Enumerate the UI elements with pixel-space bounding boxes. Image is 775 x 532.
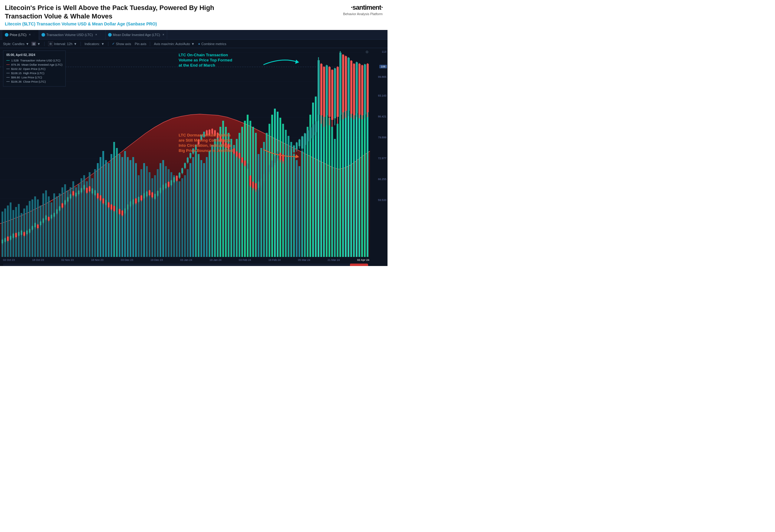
legend-label-2: Open Price (LTC) bbox=[23, 67, 45, 71]
svg-rect-230 bbox=[116, 208, 118, 212]
toolbar: Style: Candles ▼ ▦ ▼ ⊞ Interval: 12h ▼ I… bbox=[0, 40, 388, 48]
svg-rect-378 bbox=[317, 60, 320, 115]
svg-rect-102 bbox=[252, 127, 254, 257]
svg-rect-109 bbox=[271, 115, 273, 257]
legend-val-1: 879.35 bbox=[11, 63, 20, 66]
legend-date: 05:00, April 02, 2024 bbox=[6, 53, 62, 57]
svg-rect-280 bbox=[184, 163, 186, 168]
tab-mda[interactable]: Mean Dollar Invested Age (LTC) × bbox=[106, 30, 167, 40]
legend-label-5: Close Price (LTC) bbox=[23, 80, 46, 83]
svg-rect-366 bbox=[301, 136, 303, 149]
svg-rect-382 bbox=[323, 67, 325, 117]
svg-rect-67 bbox=[157, 169, 159, 257]
interval-label: Interval: 12h bbox=[54, 42, 73, 46]
svg-rect-180 bbox=[48, 217, 50, 221]
svg-rect-396 bbox=[342, 55, 344, 112]
axis-maxmin-item[interactable]: Axis max/min: Auto/Auto ▼ bbox=[154, 42, 194, 46]
svg-rect-25 bbox=[42, 193, 44, 257]
svg-rect-402 bbox=[350, 61, 352, 114]
logo-text: ·santiment· bbox=[334, 4, 382, 11]
svg-rect-53 bbox=[119, 154, 120, 257]
logo-area: ·santiment· Behavior Analysis Platform bbox=[334, 4, 382, 16]
settings-icon[interactable]: ⚙ bbox=[365, 50, 369, 54]
scrollbar-area[interactable] bbox=[3, 264, 368, 266]
svg-rect-244 bbox=[135, 199, 137, 203]
svg-rect-95 bbox=[233, 145, 235, 257]
style-icon: ▦ bbox=[31, 42, 36, 46]
svg-rect-88 bbox=[214, 139, 216, 257]
svg-rect-168 bbox=[31, 226, 33, 230]
svg-rect-122 bbox=[307, 127, 308, 257]
svg-rect-160 bbox=[21, 231, 22, 235]
legend-val-4: $99.80 bbox=[11, 76, 20, 79]
legend-label-0: Transaction Volume USD (LTC) bbox=[20, 59, 61, 62]
svg-rect-170 bbox=[34, 223, 36, 227]
combine-metrics-item[interactable]: + Combine metrics bbox=[198, 42, 226, 46]
svg-rect-30 bbox=[56, 196, 58, 257]
svg-rect-260 bbox=[157, 191, 159, 196]
tab-mda-close[interactable]: × bbox=[162, 33, 164, 36]
svg-rect-57 bbox=[130, 160, 131, 257]
ltc-icon-3 bbox=[108, 33, 112, 37]
tab-volume-close[interactable]: × bbox=[95, 33, 97, 36]
svg-rect-119 bbox=[298, 166, 300, 257]
combine-metrics-label: Combine metrics bbox=[201, 42, 226, 46]
ltc-icon-2 bbox=[41, 33, 45, 37]
tab-price-close[interactable]: × bbox=[29, 33, 31, 36]
interval-item[interactable]: ⊞ Interval: 12h ▼ bbox=[48, 41, 77, 46]
svg-rect-158 bbox=[18, 232, 20, 236]
ltc-icon bbox=[5, 33, 8, 37]
svg-rect-328 bbox=[249, 176, 251, 186]
svg-rect-188 bbox=[59, 206, 61, 211]
svg-rect-210 bbox=[89, 186, 90, 191]
svg-rect-222 bbox=[105, 200, 107, 205]
svg-rect-342 bbox=[268, 165, 270, 172]
svg-rect-130 bbox=[328, 118, 330, 257]
x-label-2: 02 Nov 23 bbox=[61, 258, 74, 261]
svg-rect-192 bbox=[64, 200, 66, 205]
svg-rect-380 bbox=[320, 64, 322, 115]
svg-rect-68 bbox=[159, 163, 161, 257]
svg-rect-154 bbox=[12, 234, 14, 238]
style-candles[interactable]: Style: Candles ▼ ▦ ▼ bbox=[3, 42, 41, 46]
tab-price-label: Price (LTC) bbox=[10, 33, 26, 37]
svg-rect-246 bbox=[138, 197, 140, 202]
axis-maxmin-label: Axis max/min: Auto/Auto bbox=[154, 42, 190, 46]
svg-rect-284 bbox=[189, 153, 191, 158]
svg-rect-10 bbox=[2, 212, 3, 257]
svg-rect-384 bbox=[326, 65, 328, 115]
svg-rect-198 bbox=[72, 191, 74, 195]
svg-rect-276 bbox=[179, 173, 180, 178]
chart-container: Price (LTC) × ⋮ Transaction Volume USD (… bbox=[0, 30, 388, 266]
svg-rect-272 bbox=[173, 177, 175, 182]
svg-rect-368 bbox=[304, 133, 306, 145]
svg-rect-390 bbox=[334, 68, 336, 118]
svg-rect-29 bbox=[53, 193, 55, 257]
svg-rect-131 bbox=[331, 127, 333, 257]
svg-rect-52 bbox=[116, 148, 118, 257]
svg-rect-238 bbox=[127, 205, 129, 209]
svg-rect-184 bbox=[53, 213, 55, 217]
tab-price[interactable]: Price (LTC) × ⋮ bbox=[2, 30, 39, 40]
pin-axis-item[interactable]: Pin axis bbox=[135, 42, 146, 46]
x-label-7: 19 Jan 24 bbox=[209, 258, 222, 261]
svg-rect-79 bbox=[189, 163, 191, 257]
show-axis-item[interactable]: ✓ Show axis bbox=[112, 42, 131, 46]
svg-rect-202 bbox=[78, 191, 80, 194]
tab-volume[interactable]: Transaction Volume USD (LTC) × ⋮ bbox=[39, 30, 105, 40]
y-label-93: 93.143 bbox=[378, 94, 386, 97]
indicators-item[interactable]: Indicators: ▼ bbox=[84, 42, 104, 46]
svg-rect-117 bbox=[293, 154, 295, 257]
svg-rect-248 bbox=[140, 195, 142, 200]
legend-val-3: $108.15 bbox=[11, 71, 21, 75]
scrollbar-thumb[interactable] bbox=[350, 264, 368, 266]
sub-title: Litecoin ($LTC) Transaction Volume USD &… bbox=[5, 21, 217, 26]
svg-rect-398 bbox=[345, 56, 347, 111]
svg-rect-204 bbox=[80, 188, 82, 192]
svg-rect-176 bbox=[42, 218, 44, 223]
svg-rect-55 bbox=[124, 151, 126, 257]
svg-rect-125 bbox=[315, 97, 317, 257]
header: Litecoin's Price is Well Above the Pack … bbox=[0, 0, 388, 29]
svg-rect-330 bbox=[252, 182, 254, 188]
legend-dash-1: — bbox=[6, 63, 10, 66]
